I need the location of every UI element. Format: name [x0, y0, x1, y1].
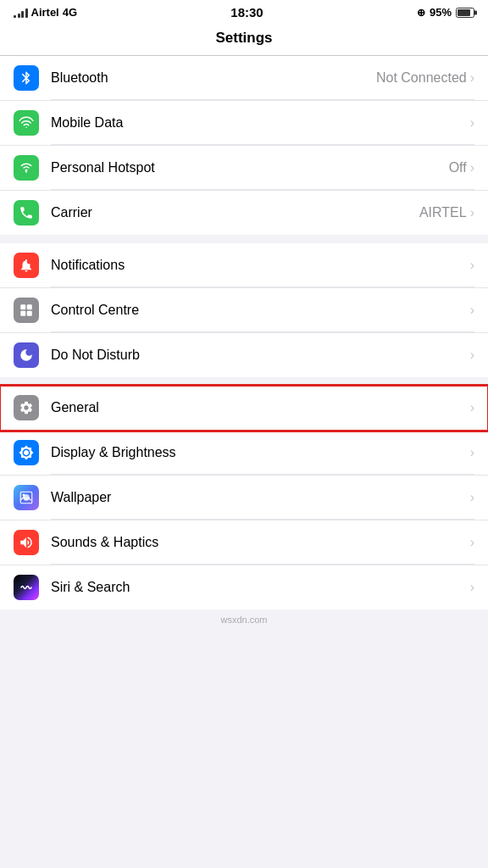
nav-bar: Settings: [0, 23, 488, 56]
svg-rect-5: [27, 311, 32, 316]
sounds-right: ›: [470, 535, 474, 550]
bluetooth-svg: [19, 70, 34, 86]
sounds-chevron: ›: [470, 535, 474, 550]
carrier-value: AIRTEL: [419, 205, 467, 220]
siri-row-content: Siri & Search ›: [51, 565, 474, 609]
svg-point-1: [27, 259, 32, 264]
do-not-disturb-label: Do Not Disturb: [51, 348, 140, 363]
notifications-icon: [14, 253, 39, 278]
carrier-label: Airtel: [31, 6, 59, 19]
personal-hotspot-icon: [14, 155, 39, 181]
control-centre-svg: [19, 303, 34, 318]
hotspot-right: Off ›: [449, 160, 474, 175]
bluetooth-row-content: Bluetooth Not Connected ›: [51, 56, 474, 100]
sounds-haptics-label: Sounds & Haptics: [51, 535, 158, 550]
carrier-label-row: Carrier: [51, 205, 92, 220]
gear-svg: [19, 400, 34, 415]
watermark: wsxdn.com: [0, 609, 488, 630]
location-icon: ⊕: [417, 7, 425, 19]
sounds-row-content: Sounds & Haptics ›: [51, 520, 474, 565]
dnd-row-content: Do Not Disturb ›: [51, 333, 474, 377]
battery-tip: [474, 10, 477, 14]
mobile-data-label: Mobile Data: [51, 115, 123, 131]
wallpaper-row-content: Wallpaper ›: [51, 476, 474, 520]
control-centre-right: ›: [470, 303, 474, 318]
display-svg: [19, 445, 34, 460]
network-type-label: 4G: [63, 6, 77, 19]
svg-point-7: [23, 494, 25, 497]
settings-row-carrier[interactable]: Carrier AIRTEL ›: [0, 191, 488, 235]
settings-row-wallpaper[interactable]: Wallpaper ›: [0, 476, 488, 520]
hotspot-chevron: ›: [470, 160, 474, 175]
control-centre-chevron: ›: [470, 303, 474, 318]
general-right: ›: [470, 400, 474, 415]
hotspot-value: Off: [449, 160, 467, 175]
control-centre-label: Control Centre: [51, 303, 139, 318]
settings-row-mobile-data[interactable]: Mobile Data ›: [0, 101, 488, 146]
siri-search-icon: [14, 575, 39, 600]
settings-row-notifications[interactable]: Notifications ›: [0, 243, 488, 288]
settings-row-do-not-disturb[interactable]: Do Not Disturb ›: [0, 333, 488, 377]
notifications-row-content: Notifications ›: [51, 243, 474, 287]
wallpaper-right: ›: [470, 490, 474, 505]
notifications-chevron: ›: [470, 258, 474, 273]
general-row-content: General ›: [51, 386, 474, 430]
svg-rect-3: [27, 304, 32, 309]
section-general-group: General › Display & Brightness ›: [0, 386, 488, 609]
wallpaper-icon: [14, 485, 39, 510]
sounds-haptics-icon: [14, 530, 39, 555]
wallpaper-chevron: ›: [470, 490, 474, 505]
wallpaper-svg: [19, 490, 34, 505]
display-chevron: ›: [470, 445, 474, 460]
section-connectivity: Bluetooth Not Connected › Mobile Data ›: [0, 56, 488, 235]
hotspot-row-content: Personal Hotspot Off ›: [51, 146, 474, 190]
mobile-data-right: ›: [470, 115, 474, 131]
display-brightness-icon: [14, 440, 39, 465]
siri-chevron: ›: [470, 580, 474, 595]
settings-row-general[interactable]: General ›: [0, 386, 488, 431]
display-brightness-label: Display & Brightness: [51, 445, 176, 460]
status-left: Airtel 4G: [14, 6, 77, 19]
bluetooth-label: Bluetooth: [51, 70, 108, 86]
siri-search-label: Siri & Search: [51, 580, 130, 595]
general-chevron: ›: [470, 400, 474, 415]
section-system: Notifications › Control Centre ›: [0, 243, 488, 377]
status-right: ⊕ 95%: [417, 6, 474, 19]
hotspot-svg: [19, 160, 34, 175]
battery-percent: 95%: [430, 6, 452, 19]
wallpaper-label: Wallpaper: [51, 490, 111, 505]
carrier-icon: [14, 200, 39, 225]
display-right: ›: [470, 445, 474, 460]
carrier-chevron: ›: [470, 205, 474, 220]
settings-row-sounds-haptics[interactable]: Sounds & Haptics ›: [0, 520, 488, 565]
control-centre-icon: [14, 298, 39, 323]
settings-row-display-brightness[interactable]: Display & Brightness ›: [0, 431, 488, 476]
general-label: General: [51, 400, 99, 415]
settings-row-siri-search[interactable]: Siri & Search ›: [0, 565, 488, 609]
general-icon: [14, 395, 39, 420]
status-bar: Airtel 4G 18:30 ⊕ 95%: [0, 0, 488, 23]
battery-fill: [458, 9, 470, 16]
svg-rect-2: [20, 304, 25, 309]
bluetooth-right: Not Connected ›: [376, 70, 474, 86]
status-time: 18:30: [230, 5, 263, 19]
display-row-content: Display & Brightness ›: [51, 431, 474, 475]
settings-row-personal-hotspot[interactable]: Personal Hotspot Off ›: [0, 146, 488, 191]
mobile-data-row-content: Mobile Data ›: [51, 101, 474, 145]
notifications-svg: [19, 258, 34, 273]
dnd-right: ›: [470, 348, 474, 363]
bluetooth-icon: [14, 65, 39, 91]
siri-svg: [19, 580, 34, 595]
sounds-svg: [19, 535, 34, 550]
mobile-data-chevron: ›: [470, 115, 474, 131]
siri-right: ›: [470, 580, 474, 595]
carrier-row-content: Carrier AIRTEL ›: [51, 191, 474, 235]
battery-icon: [456, 8, 474, 18]
do-not-disturb-icon: [14, 342, 39, 368]
carrier-right: AIRTEL ›: [419, 205, 474, 220]
settings-row-bluetooth[interactable]: Bluetooth Not Connected ›: [0, 56, 488, 101]
carrier-svg: [19, 205, 34, 220]
mobile-data-icon: [14, 110, 39, 136]
mobile-data-svg: [19, 115, 34, 131]
settings-row-control-centre[interactable]: Control Centre ›: [0, 288, 488, 333]
